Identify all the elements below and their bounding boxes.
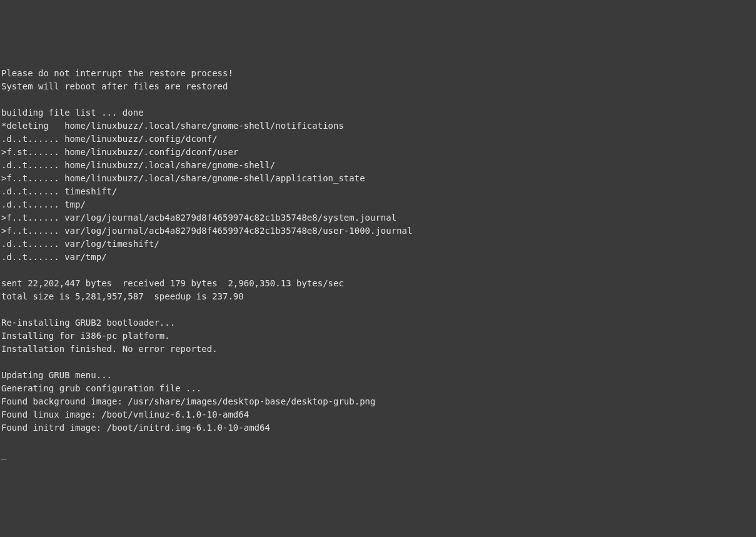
terminal-line: >f.st...... home/linuxbuzz/.config/dconf… (1, 147, 238, 157)
terminal-line: Installing for i386-pc platform. (1, 331, 170, 341)
terminal-line: Updating GRUB menu... (1, 370, 112, 380)
terminal-line: Please do not interrupt the restore proc… (1, 68, 233, 78)
terminal-line: System will reboot after files are resto… (1, 81, 228, 91)
terminal-line: .d..t...... tmp/ (1, 199, 86, 209)
terminal-line: >f..t...... var/log/journal/acb4a8279d8f… (1, 226, 412, 236)
terminal-line: *deleting home/linuxbuzz/.local/share/gn… (1, 121, 344, 131)
terminal-line: Found linux image: /boot/vmlinuz-6.1.0-1… (1, 409, 249, 419)
terminal-line: >f..t...... home/linuxbuzz/.local/share/… (1, 173, 365, 183)
terminal-line: Generating grub configuration file ... (1, 383, 201, 393)
terminal-line: total size is 5,281,957,587 speedup is 2… (1, 291, 244, 301)
terminal-line: Found background image: /usr/share/image… (1, 396, 375, 406)
terminal-cursor: _ (1, 448, 6, 461)
terminal-line: .d..t...... timeshift/ (1, 186, 117, 196)
terminal-line: Re-installing GRUB2 bootloader... (1, 318, 175, 328)
terminal-line: .d..t...... var/tmp/ (1, 252, 107, 262)
terminal-line: .d..t...... home/linuxbuzz/.config/dconf… (1, 134, 218, 144)
terminal-line: building file list ... done (1, 108, 144, 118)
terminal-line: >f..t...... var/log/journal/acb4a8279d8f… (1, 213, 396, 223)
terminal-line: Installation finished. No error reported… (1, 344, 218, 354)
terminal-line: Found initrd image: /boot/initrd.img-6.1… (1, 423, 270, 433)
terminal-line: sent 22,202,447 bytes received 179 bytes… (1, 278, 344, 288)
terminal-output: Please do not interrupt the restore proc… (1, 54, 755, 461)
terminal-line: .d..t...... home/linuxbuzz/.local/share/… (1, 160, 275, 170)
terminal-line: .d..t...... var/log/timeshift/ (1, 239, 159, 249)
